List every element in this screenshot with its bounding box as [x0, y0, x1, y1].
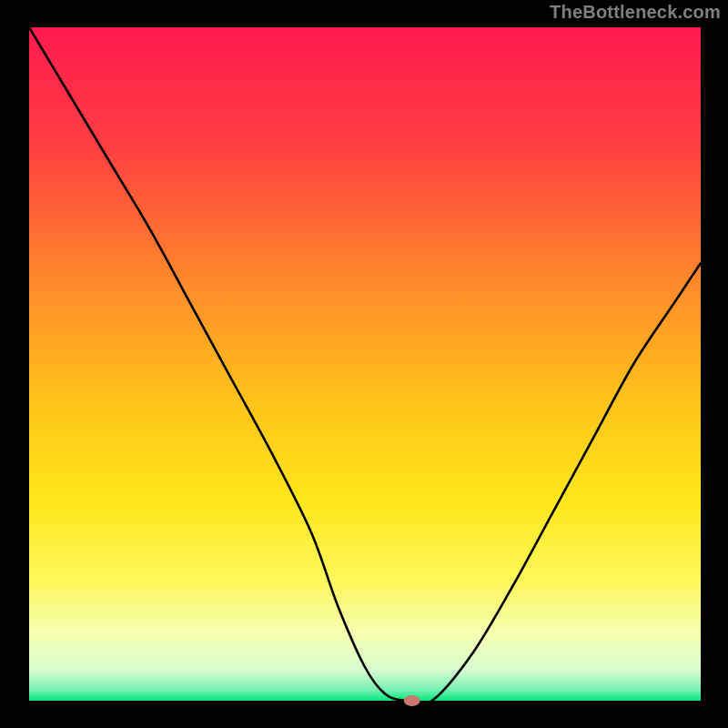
chart-frame: TheBottleneck.com	[0, 0, 728, 728]
bottleneck-chart	[0, 0, 728, 728]
optimum-marker	[404, 695, 420, 706]
watermark-label: TheBottleneck.com	[550, 2, 721, 23]
plot-background	[29, 27, 701, 701]
